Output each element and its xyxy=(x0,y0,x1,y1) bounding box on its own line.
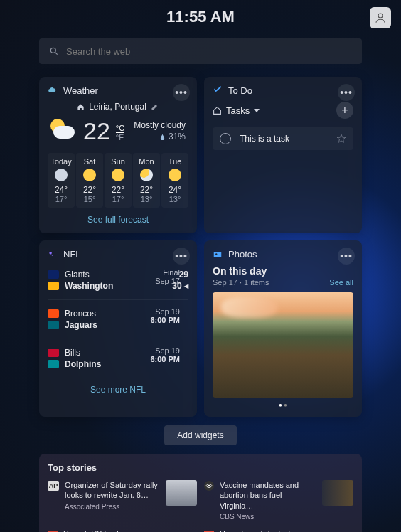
svg-point-5 xyxy=(215,253,217,255)
story-item[interactable]: APOrganizer of Saturday rally looks to r… xyxy=(48,480,197,521)
team-logo xyxy=(48,349,59,357)
forecast-day[interactable]: Today24°17° xyxy=(48,153,75,208)
temp-unit-toggle[interactable]: °C °F xyxy=(116,124,124,142)
task-label: This is a task xyxy=(240,134,328,144)
team-logo xyxy=(48,282,59,290)
add-task-button[interactable]: + xyxy=(336,102,353,119)
photos-widget: Photos ••• On this day Sep 17 · 1 items … xyxy=(204,240,362,417)
search-input[interactable] xyxy=(39,38,362,64)
todo-title: To Do xyxy=(228,85,252,96)
todo-widget: To Do ••• Tasks + This is a task xyxy=(204,77,362,233)
home-icon xyxy=(77,103,85,111)
forecast-icon xyxy=(112,169,124,181)
team-logo xyxy=(48,360,59,368)
game-row[interactable]: Giants29 Washington30 ◂ FinalSep 17 xyxy=(48,265,188,300)
edit-location-icon[interactable] xyxy=(151,102,159,111)
forecast-row: Today24°17°Sat22°15°Sun22°17°Mon22°13°Tu… xyxy=(48,153,188,208)
nfl-more-button[interactable]: ••• xyxy=(173,248,190,265)
see-full-forecast-link[interactable]: See full forecast xyxy=(48,215,188,225)
top-stories-title: Top stories xyxy=(48,462,353,473)
droplet-icon xyxy=(159,133,166,141)
forecast-day[interactable]: Tue24°13° xyxy=(161,153,188,208)
team-logo xyxy=(48,321,59,329)
source-badge: AP xyxy=(48,481,59,491)
tasks-list-selector[interactable]: Tasks xyxy=(213,105,260,116)
svg-point-1 xyxy=(50,48,55,53)
humidity: 31% xyxy=(169,132,186,142)
team-logo xyxy=(48,309,59,318)
forecast-day[interactable]: Mon22°13° xyxy=(133,153,160,208)
weather-icon xyxy=(48,86,58,96)
current-condition-icon xyxy=(48,116,77,146)
top-stories-widget: Top stories APOrganizer of Saturday rall… xyxy=(39,454,362,532)
photo-thumbnail[interactable] xyxy=(213,292,353,398)
task-complete-checkbox[interactable] xyxy=(220,133,231,144)
weather-more-button[interactable]: ••• xyxy=(173,84,190,101)
team-logo xyxy=(48,270,59,279)
forecast-day[interactable]: Sun22°17° xyxy=(105,153,132,208)
forecast-icon xyxy=(140,169,153,181)
source-badge xyxy=(204,481,214,491)
svg-point-6 xyxy=(208,485,210,487)
see-more-nfl-link[interactable]: See more NFL xyxy=(48,385,188,395)
story-item[interactable]: Report: US to charge ex- xyxy=(48,528,197,532)
todo-icon xyxy=(213,86,223,96)
weather-title: Weather xyxy=(63,85,98,96)
carousel-dots: ● ● xyxy=(213,402,353,408)
story-thumbnail xyxy=(166,480,197,506)
weather-widget: Weather ••• Leiria, Portugal 22 °C °F Mo… xyxy=(39,77,197,233)
sports-icon xyxy=(48,250,58,260)
photos-more-button[interactable]: ••• xyxy=(338,248,355,265)
nfl-title: NFL xyxy=(63,249,81,260)
photos-icon xyxy=(213,250,223,260)
forecast-icon xyxy=(83,169,96,181)
photos-title: Photos xyxy=(228,249,257,260)
task-row[interactable]: This is a task xyxy=(213,127,353,150)
search-icon xyxy=(49,46,59,56)
forecast-icon xyxy=(55,169,68,181)
svg-point-0 xyxy=(378,14,383,18)
story-thumbnail xyxy=(322,480,353,506)
story-item[interactable]: Heinicke out-duels Jones in xyxy=(204,528,353,532)
current-temp: 22 xyxy=(83,117,110,145)
game-row[interactable]: Bills Dolphins Sep 196:00 PM xyxy=(48,344,188,378)
svg-line-2 xyxy=(55,53,58,55)
chevron-down-icon xyxy=(254,109,260,112)
nfl-widget: NFL ••• Giants29 Washington30 ◂ FinalSep… xyxy=(39,240,197,417)
photos-heading: On this day xyxy=(213,265,269,277)
condition-text: Mostly cloudy xyxy=(134,120,186,130)
forecast-icon xyxy=(169,169,181,181)
search-field[interactable] xyxy=(66,46,352,57)
see-all-photos-link[interactable]: See all xyxy=(329,278,353,287)
star-icon[interactable] xyxy=(336,134,346,144)
forecast-day[interactable]: Sat22°15° xyxy=(76,153,103,208)
user-icon xyxy=(374,11,387,24)
account-button[interactable] xyxy=(370,7,391,28)
photos-meta: Sep 17 · 1 items xyxy=(213,278,269,287)
svg-rect-4 xyxy=(214,251,222,257)
svg-point-3 xyxy=(49,251,52,254)
add-widgets-button[interactable]: Add widgets xyxy=(164,425,236,445)
weather-location: Leiria, Portugal xyxy=(89,102,146,112)
story-item[interactable]: Vaccine mandates and abortion bans fuel … xyxy=(204,480,353,521)
home-icon xyxy=(213,106,222,115)
todo-more-button[interactable]: ••• xyxy=(338,84,355,101)
clock: 11:55 AM xyxy=(166,8,235,26)
game-row[interactable]: Broncos Jaguars Sep 196:00 PM xyxy=(48,304,188,339)
